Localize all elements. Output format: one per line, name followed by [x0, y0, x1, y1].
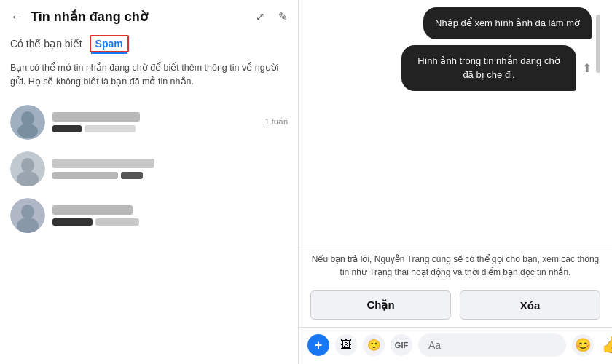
avatar [10, 105, 45, 140]
left-header: ← Tin nhắn đang chờ ⤢ ✎ [0, 0, 298, 31]
list-item[interactable] [0, 192, 298, 239]
share-icon[interactable]: ⬆ [582, 61, 592, 75]
chat-input-bar: + 🖼 🙂 GIF 😊 👍 [299, 327, 612, 364]
message-bubble-2: Hình ảnh trong tin nhắn đang chờ đã bị c… [401, 45, 576, 91]
chat-input[interactable] [418, 333, 566, 357]
contact-name-bar [52, 159, 154, 168]
contact-time: 1 tuần [265, 117, 288, 127]
contact-preview-bar2 [95, 218, 139, 226]
warning-text: Nếu bạn trả lời, Nguyễn Trang cũng sẽ có… [299, 245, 612, 285]
message-bubble-1: Nhập để xem hình ảnh đã làm mờ [423, 7, 592, 39]
contact-preview-bar [52, 172, 118, 179]
avatar [10, 198, 45, 233]
page-title: Tin nhắn đang chờ [31, 9, 248, 25]
info-text: Bạn có thể mở tin nhắn đang chờ để biết … [0, 52, 298, 96]
chat-messages: Nhập để xem hình ảnh đã làm mờ Hình ảnh … [299, 0, 612, 245]
back-button[interactable]: ← [10, 9, 23, 25]
svg-point-5 [17, 171, 39, 186]
scroll-bar[interactable] [596, 15, 600, 73]
sticker-icon[interactable]: 🙂 [363, 334, 385, 356]
contact-info: 1 tuần [52, 112, 288, 132]
contact-info [52, 159, 288, 179]
contact-name-bar [52, 205, 133, 215]
list-item[interactable] [0, 146, 298, 192]
photo-icon[interactable]: 🖼 [335, 334, 357, 356]
add-button[interactable]: + [307, 334, 329, 356]
tab-prefix-label: Có thể bạn biết [10, 38, 82, 50]
right-panel: Nhập để xem hình ảnh đã làm mờ Hình ảnh … [299, 0, 612, 364]
like-icon[interactable]: 👍 [600, 334, 612, 356]
svg-point-4 [21, 158, 34, 173]
edit-icon[interactable]: ✎ [278, 10, 288, 23]
contact-preview-bar [52, 125, 82, 132]
action-buttons: Chặn Xóa [299, 285, 612, 327]
message-row-2: Hình ảnh trong tin nhắn đang chờ đã bị c… [401, 45, 592, 91]
contact-name-bar [52, 112, 140, 122]
avatar [10, 151, 45, 186]
svg-point-7 [21, 205, 34, 219]
contact-info [52, 205, 288, 226]
list-item[interactable]: 1 tuần [0, 99, 298, 146]
contact-list: 1 tuần [0, 96, 298, 365]
tabs-row: Có thể bạn biết Spam [0, 31, 298, 52]
emoji-icon[interactable]: 😊 [572, 334, 594, 356]
contact-preview-bar2 [121, 172, 143, 179]
left-panel: ← Tin nhắn đang chờ ⤢ ✎ Có thể bạn biết … [0, 0, 299, 364]
block-button[interactable]: Chặn [310, 290, 451, 320]
svg-point-2 [17, 124, 38, 138]
expand-icon[interactable]: ⤢ [256, 10, 265, 23]
tab-spam[interactable]: Spam [90, 35, 129, 52]
delete-button[interactable]: Xóa [460, 290, 600, 320]
contact-preview-bar2 [85, 125, 136, 132]
messages-container: Nhập để xem hình ảnh đã làm mờ Hình ảnh … [401, 7, 600, 91]
gif-icon[interactable]: GIF [391, 334, 412, 356]
contact-preview-bar [52, 218, 93, 226]
svg-point-8 [17, 218, 39, 233]
